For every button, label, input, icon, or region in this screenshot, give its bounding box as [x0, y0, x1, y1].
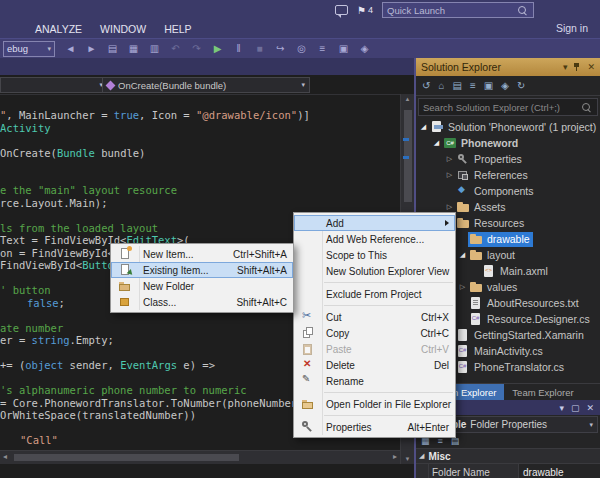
property-value[interactable]: drawable: [519, 464, 600, 478]
menu-item-delete[interactable]: DeleteDel: [294, 357, 455, 373]
close-icon[interactable]: [587, 62, 595, 72]
menu-item-shortcut: Shift+Alt+C: [222, 297, 287, 308]
menu-item-new-folder[interactable]: New Folder: [111, 278, 293, 294]
save-icon[interactable]: ▦: [127, 43, 140, 54]
undo-icon[interactable]: ↶: [169, 43, 182, 54]
tree-item-content: Resource.Designer.cs: [468, 312, 593, 327]
notifications-flag[interactable]: 4: [357, 5, 373, 16]
quick-launch-input[interactable]: [383, 5, 518, 16]
save-all-icon[interactable]: ▥: [148, 43, 161, 54]
maximize-icon[interactable]: [571, 403, 580, 413]
twisty-collapsed-icon: ▷: [444, 171, 455, 179]
open-file-icon[interactable]: ▤: [106, 43, 119, 54]
tree-item-content: values: [468, 280, 520, 295]
menu-item-label: Add Web Reference...: [322, 234, 424, 245]
menu-item-properties[interactable]: PropertiesAlt+Enter: [294, 419, 455, 435]
find-icon[interactable]: ◎: [295, 43, 308, 54]
search-icon: [518, 6, 526, 14]
menu-item-existing-item[interactable]: Existing Item...Shift+Alt+A: [111, 262, 293, 278]
code-token: er =: [0, 334, 32, 346]
scroll-right-icon[interactable]: [393, 452, 397, 461]
sign-in-link[interactable]: Sign in: [556, 22, 588, 34]
member-dropdown[interactable]: OnCreate(Bundle bundle): [102, 77, 310, 93]
menu-item-icon-slot: [294, 311, 322, 323]
scroll-down-icon[interactable]: [401, 456, 414, 462]
menu-item-new-solution-explorer-view[interactable]: New Solution Explorer View: [294, 263, 455, 279]
category-expander-icon[interactable]: [419, 452, 424, 460]
menu-item-new-item[interactable]: New Item...Ctrl+Shift+A: [111, 246, 293, 262]
pin-icon[interactable]: [573, 62, 581, 72]
menu-item-shortcut: Ctrl+X: [407, 312, 449, 323]
twisty-collapsed-icon: ▷: [444, 155, 455, 163]
menu-separator: [324, 415, 453, 416]
toolbar-icons: ◄►▤▦▥↶↷▶‖■↪◎≡▣◈: [64, 43, 371, 54]
break-all-icon[interactable]: ‖: [232, 43, 245, 54]
show-all-files-icon[interactable]: ▤: [452, 80, 461, 91]
menubar-item-analyze[interactable]: ANALYZE: [26, 23, 91, 35]
tree-item-properties[interactable]: ▷Properties: [416, 151, 600, 167]
step-over-icon[interactable]: ↪: [274, 43, 287, 54]
navigate-back-icon[interactable]: ◄: [64, 43, 77, 54]
menu-item-shortcut: Ctrl+Shift+A: [219, 249, 287, 260]
chevron-down-icon: [589, 421, 593, 429]
bottom-tab-team-explorer[interactable]: Team Explorer: [504, 384, 581, 400]
tree-item-content: Phoneword: [442, 136, 521, 151]
tree-item-solution-phoneword-1-project[interactable]: ◢Solution 'Phoneword' (1 project): [416, 119, 600, 135]
property-category-row[interactable]: Misc: [416, 449, 600, 463]
menubar-item-help[interactable]: HELP: [155, 23, 200, 35]
code-token: )]: [297, 109, 310, 121]
stop-icon[interactable]: ■: [253, 43, 266, 54]
preview-code-icon[interactable]: ◈: [501, 80, 509, 91]
scroll-up-icon[interactable]: [401, 96, 414, 102]
close-icon[interactable]: [586, 403, 594, 413]
feedback-icon[interactable]: [335, 5, 348, 15]
property-row[interactable]: Folder Name drawable: [416, 463, 600, 478]
tree-item-components[interactable]: Components: [416, 183, 600, 199]
horizontal-scroll-thumb[interactable]: [14, 454, 239, 461]
start-debug-icon[interactable]: ▶: [211, 43, 224, 54]
refresh-icon[interactable]: ↻: [517, 80, 525, 91]
home-icon[interactable]: ⌂: [438, 80, 444, 91]
collapse-all-icon[interactable]: ≡: [470, 80, 476, 91]
window-position-icon[interactable]: [563, 62, 568, 72]
menu-item-copy[interactable]: CopyCtrl+C: [294, 325, 455, 341]
folder-icon: [469, 281, 483, 293]
tree-item-content: Main.axml: [481, 264, 551, 279]
solution-explorer-search-input[interactable]: [419, 102, 582, 113]
tree-item-references[interactable]: ▷References: [416, 167, 600, 183]
navigate-forward-icon[interactable]: ►: [85, 43, 98, 54]
debug-configuration-dropdown[interactable]: ebug: [3, 41, 55, 57]
menu-item-class[interactable]: Class...Shift+Alt+C: [111, 294, 293, 310]
sync-icon[interactable]: ↺: [422, 80, 430, 91]
extensions-icon[interactable]: ◈: [358, 43, 371, 54]
menubar-item-window[interactable]: WINDOW: [91, 23, 155, 35]
visual-studio-window: 4 ANALYZEWINDOWHELP Sign in ebug ◄►▤▦▥↶↷…: [0, 0, 600, 478]
type-dropdown[interactable]: [0, 77, 108, 93]
menu-item-add-web-reference[interactable]: Add Web Reference...: [294, 231, 455, 247]
tree-item-phoneword[interactable]: ◢Phoneword: [416, 135, 600, 151]
editor-horizontal-scrollbar[interactable]: [0, 450, 400, 464]
solution-icon: [430, 121, 444, 133]
menu-item-add[interactable]: Add: [294, 215, 455, 231]
menu-separator: [324, 305, 453, 306]
scroll-left-icon[interactable]: [3, 452, 7, 461]
properties-icon[interactable]: ▣: [484, 80, 493, 91]
solution-explorer-icon[interactable]: ≡: [316, 43, 329, 54]
menu-item-scope-to-this[interactable]: Scope to This: [294, 247, 455, 263]
axml-icon: [482, 265, 496, 277]
redo-icon[interactable]: ↷: [190, 43, 203, 54]
menu-item-label: Exclude From Project: [322, 289, 422, 300]
menu-item-rename[interactable]: Rename: [294, 373, 455, 389]
chevron-down-icon: [301, 81, 305, 89]
txt-icon: [469, 297, 483, 309]
tree-item-label: Main.axml: [500, 265, 548, 277]
solution-explorer-title-bar[interactable]: Solution Explorer: [416, 58, 600, 76]
properties-window-icon[interactable]: ▣: [337, 43, 350, 54]
menu-item-exclude-from-project[interactable]: Exclude From Project: [294, 286, 455, 302]
window-position-icon[interactable]: [559, 403, 564, 413]
property-name[interactable]: Folder Name: [429, 464, 519, 478]
menu-item-open-folder-in-file-explorer[interactable]: Open Folder in File Explorer: [294, 396, 455, 412]
tree-item-label: drawable: [487, 233, 530, 245]
code-line: [0, 134, 400, 147]
menu-item-cut[interactable]: CutCtrl+X: [294, 309, 455, 325]
